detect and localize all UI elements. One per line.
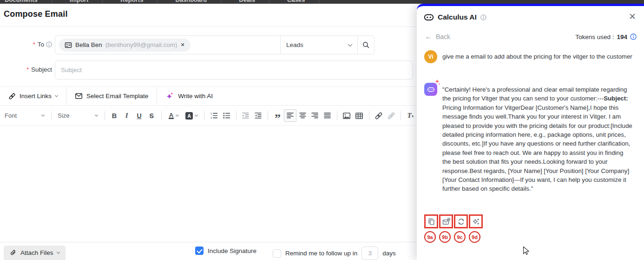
annotation-badge: 9a — [424, 231, 436, 243]
annotation-badges: 9a 9b 9c 9d — [424, 231, 480, 243]
subject-label: * Subject — [0, 66, 52, 73]
remove-link-button[interactable] — [385, 109, 397, 122]
back-button[interactable]: ← Back — [425, 33, 450, 41]
enhance-button[interactable] — [469, 214, 483, 228]
top-nav-strip: Documents Import Reports Dashboard Deals… — [0, 0, 644, 4]
ai-sparkle-icon — [165, 92, 174, 100]
align-justify-button[interactable] — [321, 109, 334, 122]
align-right-button[interactable] — [309, 109, 321, 122]
align-left-button[interactable] — [284, 109, 296, 122]
remind-followup-label: Remind me to follow up in — [285, 250, 357, 257]
insert-to-email-button[interactable] — [439, 214, 453, 228]
nav-item[interactable]: Cases — [287, 0, 319, 3]
bullet-list-icon — [223, 112, 230, 120]
days-label: days — [382, 250, 396, 257]
page-title: Compose Email — [4, 9, 68, 19]
copy-response-button[interactable] — [424, 214, 438, 228]
align-right-icon — [311, 112, 319, 120]
nav-item[interactable]: Reports — [120, 0, 158, 3]
attach-files-button[interactable]: Attach Files — [4, 246, 66, 260]
insert-image-button[interactable] — [341, 109, 353, 122]
chevron-down-icon — [348, 42, 353, 47]
regenerate-button[interactable] — [454, 214, 468, 228]
copy-icon — [427, 218, 435, 226]
blockquote-button[interactable]: ” — [271, 109, 284, 122]
user-avatar: Vi — [424, 50, 437, 63]
recipient-chip[interactable]: Bella Ben (benthony99@gmail.com) ✕ — [59, 39, 191, 52]
link-icon — [375, 112, 383, 120]
align-center-icon — [299, 112, 307, 120]
compose-footer-bar: Attach Files Include Signature Remind me… — [0, 242, 417, 260]
divider — [0, 27, 417, 27]
ordered-list-icon: 12 — [210, 112, 218, 120]
followup-days-input[interactable] — [361, 247, 378, 260]
select-email-template-button[interactable]: Select Email Template — [66, 87, 157, 105]
mouse-cursor — [523, 246, 530, 256]
ai-avatar — [424, 83, 437, 96]
chevron-down-icon — [41, 113, 45, 117]
search-recipient-button[interactable] — [357, 36, 374, 54]
font-size-select[interactable]: Size — [55, 112, 101, 119]
module-select[interactable]: Leads — [280, 36, 357, 54]
include-signature-checkbox[interactable] — [195, 247, 204, 255]
increase-indent-button[interactable] — [252, 109, 264, 122]
strikethrough-button[interactable]: S — [145, 109, 158, 122]
image-icon — [342, 112, 351, 120]
annotation-badge: 9b — [439, 231, 451, 243]
response-bold-subject: Subject: — [604, 95, 628, 102]
bold-button[interactable]: B — [108, 109, 121, 122]
unlink-icon — [387, 112, 395, 120]
insert-table-button[interactable] — [353, 109, 366, 122]
chevron-down-icon — [195, 113, 198, 117]
remove-recipient-icon[interactable]: ✕ — [181, 42, 185, 48]
indent-icon — [254, 112, 262, 120]
align-justify-icon — [323, 112, 331, 120]
ai-panel-title: Calculus AI — [438, 13, 477, 21]
ai-response-message: "Certainly! Here's a professional and cl… — [424, 83, 633, 193]
nav-item[interactable]: Documents — [5, 0, 52, 3]
underline-button[interactable]: U — [133, 109, 145, 122]
chevron-down-icon — [55, 94, 58, 97]
align-left-icon — [286, 112, 294, 120]
text-color-button[interactable]: A — [165, 109, 183, 122]
back-arrow-icon: ← — [425, 33, 432, 41]
ai-response-text: "Certainly! Here's a professional and cl… — [442, 83, 633, 193]
email-body-editor[interactable] — [0, 126, 417, 242]
italic-button[interactable]: I — [120, 109, 133, 122]
bullet-list-button[interactable] — [220, 109, 233, 122]
close-icon[interactable]: ✕ — [629, 12, 636, 21]
recipient-email: (benthony99@gmail.com) — [105, 41, 177, 48]
info-icon[interactable] — [630, 33, 637, 40]
module-select-value: Leads — [286, 41, 303, 48]
to-input[interactable]: Bella Ben (benthony99@gmail.com) ✕ — [55, 36, 280, 54]
background-color-button[interactable]: A — [182, 109, 201, 122]
link-icon — [8, 93, 16, 100]
nav-item[interactable]: Deals — [239, 0, 269, 3]
align-center-button[interactable] — [296, 109, 309, 122]
contact-card-icon — [65, 41, 72, 49]
required-marker: * — [26, 66, 29, 73]
background-color-icon: A — [185, 112, 193, 120]
ordered-list-button[interactable]: 12 — [208, 109, 220, 122]
nav-item[interactable]: Import — [70, 0, 103, 3]
response-action-buttons — [424, 214, 483, 228]
clear-formatting-button[interactable]: Tx — [404, 109, 417, 122]
tokens-used: Tokens used : 194 — [575, 33, 637, 40]
nav-item[interactable]: Dashboard — [175, 0, 221, 3]
to-label: * To — [0, 41, 52, 48]
text-color-icon: A — [169, 113, 174, 119]
required-marker: * — [33, 41, 35, 48]
annotation-badge: 9d — [469, 231, 480, 243]
robot-face-icon — [427, 86, 435, 93]
sparkles-icon — [472, 218, 480, 226]
decrease-indent-button[interactable] — [240, 109, 252, 122]
insert-link-button[interactable] — [372, 109, 385, 122]
subject-input[interactable] — [55, 60, 413, 80]
info-icon[interactable] — [480, 14, 486, 20]
write-with-ai-button[interactable]: Write with AI — [157, 87, 221, 105]
insert-links-button[interactable]: Insert Links — [0, 87, 66, 105]
svg-text:1: 1 — [210, 112, 212, 115]
remind-followup-checkbox[interactable] — [273, 249, 281, 258]
annotation-badge: 9c — [454, 231, 466, 243]
font-family-select[interactable]: Font — [2, 112, 48, 119]
